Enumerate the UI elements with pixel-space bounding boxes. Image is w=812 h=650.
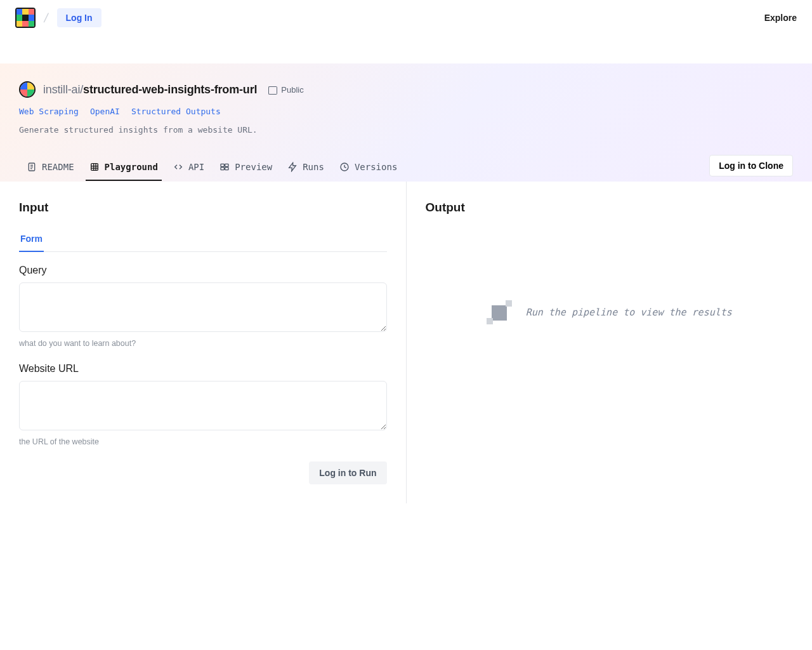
preview-icon bbox=[219, 162, 230, 172]
output-empty-text: Run the pipeline to view the results bbox=[526, 307, 732, 318]
tag-structured-outputs[interactable]: Structured Outputs bbox=[131, 107, 221, 116]
history-icon bbox=[339, 162, 350, 172]
login-button[interactable]: Log In bbox=[57, 8, 102, 27]
project-tabs: README Playground API Preview Runs Versi… bbox=[19, 155, 793, 182]
tab-api[interactable]: API bbox=[166, 156, 212, 181]
url-input[interactable] bbox=[19, 381, 387, 430]
tab-playground[interactable]: Playground bbox=[82, 156, 166, 181]
run-button[interactable]: Log in to Run bbox=[309, 461, 386, 484]
project-description: Generate structured insights from a webs… bbox=[19, 125, 793, 135]
playground-panes: Input Form Query what do you want to lea… bbox=[0, 182, 812, 503]
explore-link[interactable]: Explore bbox=[764, 13, 797, 23]
topbar-gap bbox=[0, 36, 812, 63]
breadcrumb-slash-icon: / bbox=[43, 11, 49, 25]
tab-api-label: API bbox=[188, 162, 204, 172]
tab-readme[interactable]: README bbox=[19, 156, 82, 181]
input-subtabs: Form bbox=[19, 230, 387, 252]
tab-preview-label: Preview bbox=[235, 162, 272, 172]
file-icon bbox=[27, 162, 37, 172]
query-field: Query what do you want to learn about? bbox=[19, 265, 387, 348]
tag-web-scraping[interactable]: Web Scraping bbox=[19, 107, 79, 116]
org-avatar[interactable] bbox=[19, 81, 36, 98]
project-header: instill-ai/structured-web-insights-from-… bbox=[0, 63, 812, 182]
output-title: Output bbox=[426, 201, 794, 215]
svg-marker-13 bbox=[289, 162, 296, 171]
visibility-label: Public bbox=[281, 85, 303, 95]
tab-readme-label: README bbox=[42, 162, 74, 172]
book-icon bbox=[268, 86, 277, 93]
tab-runs-label: Runs bbox=[303, 162, 324, 172]
svg-rect-10 bbox=[225, 164, 228, 166]
breadcrumb: instill-ai/structured-web-insights-from-… bbox=[43, 83, 257, 96]
tab-preview[interactable]: Preview bbox=[212, 156, 280, 181]
breadcrumb-project-name[interactable]: structured-web-insights-from-url bbox=[83, 83, 257, 96]
output-pane: Output Run the pipeline to view the resu… bbox=[406, 182, 813, 503]
tab-playground-label: Playground bbox=[105, 162, 158, 172]
query-hint: what do you want to learn about? bbox=[19, 339, 387, 348]
visibility-badge: Public bbox=[268, 85, 303, 95]
tab-versions[interactable]: Versions bbox=[332, 156, 405, 181]
svg-rect-4 bbox=[91, 164, 98, 171]
breadcrumb-owner[interactable]: instill-ai bbox=[43, 83, 80, 96]
topbar: / Log In Explore bbox=[0, 0, 812, 36]
tab-versions-label: Versions bbox=[355, 162, 397, 172]
subtab-form[interactable]: Form bbox=[19, 230, 44, 251]
input-pane: Input Form Query what do you want to lea… bbox=[0, 182, 406, 503]
svg-rect-11 bbox=[221, 168, 224, 170]
bolt-icon bbox=[287, 162, 298, 172]
query-input[interactable] bbox=[19, 282, 387, 332]
url-hint: the URL of the website bbox=[19, 437, 387, 446]
svg-rect-12 bbox=[225, 168, 228, 170]
url-label: Website URL bbox=[19, 363, 387, 375]
output-empty-state: Run the pipeline to view the results bbox=[426, 230, 794, 395]
pixel-icon bbox=[487, 299, 513, 326]
url-field: Website URL the URL of the website bbox=[19, 363, 387, 446]
code-icon bbox=[173, 162, 183, 172]
input-title: Input bbox=[19, 201, 387, 215]
grid-icon bbox=[89, 162, 100, 172]
svg-rect-9 bbox=[221, 164, 224, 166]
query-label: Query bbox=[19, 265, 387, 276]
project-title-row: instill-ai/structured-web-insights-from-… bbox=[19, 81, 793, 98]
product-logo[interactable] bbox=[15, 8, 36, 28]
tag-openai[interactable]: OpenAI bbox=[90, 107, 120, 116]
clone-button[interactable]: Log in to Clone bbox=[709, 155, 793, 176]
tab-runs[interactable]: Runs bbox=[280, 156, 332, 181]
tag-row: Web Scraping OpenAI Structured Outputs bbox=[19, 107, 793, 116]
